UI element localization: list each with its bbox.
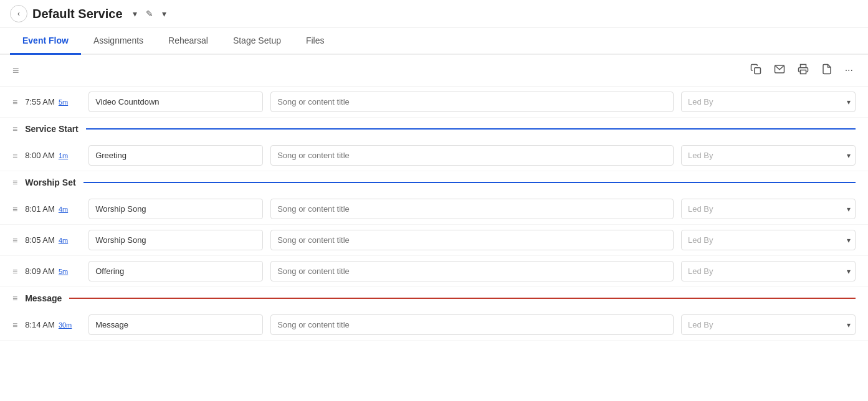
section-label: Message [25, 293, 62, 303]
drag-handle-section-icon[interactable]: ≡ [12, 177, 17, 187]
time-block: 8:00 AM 1m [25, 151, 81, 160]
section-divider-line [86, 128, 856, 130]
drag-handle-icon[interactable]: ≡ [12, 204, 17, 214]
led-by-wrapper: Led By ▾ [681, 199, 856, 219]
drag-handle-icon[interactable]: ≡ [12, 267, 17, 276]
section-header-message: ≡ Message [0, 287, 868, 309]
flow-item: ≡ 8:00 AM 1m Led By ▾ [0, 140, 868, 171]
item-title-input[interactable] [88, 199, 263, 219]
led-by-wrapper: Led By ▾ [681, 92, 856, 112]
section-divider-line [83, 182, 856, 183]
section-label: Worship Set [25, 177, 75, 187]
content-title-input[interactable] [270, 145, 674, 166]
more-dropdown-icon[interactable]: ▾ [160, 7, 169, 20]
drag-handle-icon[interactable]: ≡ [12, 97, 17, 107]
flow-item: ≡ 7:55 AM 5m Led By ▾ [0, 87, 868, 118]
item-title-input[interactable] [88, 314, 263, 335]
led-by-select[interactable]: Led By [681, 199, 856, 219]
time-display: 8:01 AM [25, 204, 55, 214]
led-by-wrapper: Led By ▾ [681, 145, 856, 166]
nav-tabs: Event Flow Assignments Rehearsal Stage S… [0, 28, 868, 55]
duration-badge[interactable]: 30m [59, 321, 72, 329]
led-by-select[interactable]: Led By [681, 230, 856, 250]
back-button[interactable]: ‹ [10, 5, 27, 22]
email-icon[interactable] [771, 61, 788, 80]
service-title: Default Service [32, 7, 123, 21]
time-display: 8:05 AM [25, 235, 55, 245]
header: ‹ Default Service ▾ ✎ ▾ [0, 0, 868, 28]
print-icon[interactable] [795, 61, 811, 80]
back-icon: ‹ [17, 9, 20, 18]
toolbar: ≡ ··· [0, 55, 868, 87]
led-by-select[interactable]: Led By [681, 314, 856, 335]
svg-rect-2 [800, 70, 806, 74]
content-title-input[interactable] [270, 261, 674, 281]
toolbar-left: ≡ [12, 64, 19, 77]
hamburger-icon[interactable]: ≡ [12, 64, 19, 77]
led-by-wrapper: Led By ▾ [681, 314, 856, 335]
time-block: 8:01 AM 4m [25, 204, 81, 214]
led-by-wrapper: Led By ▾ [681, 261, 856, 281]
edit-icon[interactable]: ✎ [143, 7, 156, 20]
tab-files[interactable]: Files [293, 28, 337, 55]
time-display: 7:55 AM [25, 97, 55, 106]
section-header-service-start: ≡ Service Start [0, 118, 868, 140]
content-title-input[interactable] [270, 230, 674, 250]
drag-handle-icon[interactable]: ≡ [12, 320, 17, 330]
flow-item: ≡ 8:09 AM 5m Led By ▾ [0, 256, 868, 287]
item-title-input[interactable] [88, 145, 263, 166]
more-options-icon[interactable]: ··· [842, 62, 856, 78]
dropdown-icon[interactable]: ▾ [130, 7, 140, 20]
flow-item: ≡ 8:05 AM 4m Led By ▾ [0, 225, 868, 256]
duration-badge[interactable]: 4m [59, 205, 68, 213]
flow-item: ≡ 8:14 AM 30m Led By ▾ [0, 309, 868, 341]
header-icons: ▾ ✎ ▾ [130, 7, 169, 20]
led-by-select[interactable]: Led By [681, 145, 856, 166]
content-title-input[interactable] [270, 314, 674, 335]
led-by-wrapper: Led By ▾ [681, 230, 856, 250]
content-title-input[interactable] [270, 199, 674, 219]
time-block: 8:05 AM 4m [25, 235, 81, 245]
copy-icon[interactable] [748, 61, 764, 80]
document-icon[interactable] [819, 61, 835, 80]
flow-list: ≡ 7:55 AM 5m Led By ▾ ≡ Service Start ≡ … [0, 87, 868, 341]
tab-assignments[interactable]: Assignments [81, 28, 156, 55]
duration-badge[interactable]: 5m [59, 98, 68, 106]
drag-handle-icon[interactable]: ≡ [12, 235, 17, 245]
drag-handle-section-icon[interactable]: ≡ [12, 124, 17, 134]
time-display: 8:00 AM [25, 151, 55, 160]
duration-badge[interactable]: 1m [59, 152, 68, 159]
item-title-input[interactable] [88, 261, 263, 281]
section-label: Service Start [25, 124, 79, 134]
time-display: 8:14 AM [25, 320, 55, 329]
svg-rect-0 [754, 68, 760, 74]
flow-item: ≡ 8:01 AM 4m Led By ▾ [0, 194, 868, 225]
time-block: 7:55 AM 5m [25, 97, 81, 106]
duration-badge[interactable]: 5m [59, 268, 68, 275]
led-by-select[interactable]: Led By [681, 261, 856, 281]
drag-handle-icon[interactable]: ≡ [12, 151, 17, 161]
led-by-select[interactable]: Led By [681, 92, 856, 112]
tab-stage-setup[interactable]: Stage Setup [221, 28, 293, 55]
toolbar-right: ··· [748, 61, 856, 80]
time-block: 8:14 AM 30m [25, 320, 81, 329]
duration-badge[interactable]: 4m [59, 237, 68, 244]
drag-handle-section-icon[interactable]: ≡ [12, 293, 17, 303]
item-title-input[interactable] [88, 92, 263, 112]
content-title-input[interactable] [270, 92, 674, 112]
time-display: 8:09 AM [25, 267, 55, 276]
section-header-worship-set: ≡ Worship Set [0, 171, 868, 194]
tab-event-flow[interactable]: Event Flow [10, 28, 81, 55]
tab-rehearsal[interactable]: Rehearsal [156, 28, 221, 55]
time-block: 8:09 AM 5m [25, 267, 81, 276]
section-divider-line-red [69, 298, 856, 299]
item-title-input[interactable] [88, 230, 263, 250]
